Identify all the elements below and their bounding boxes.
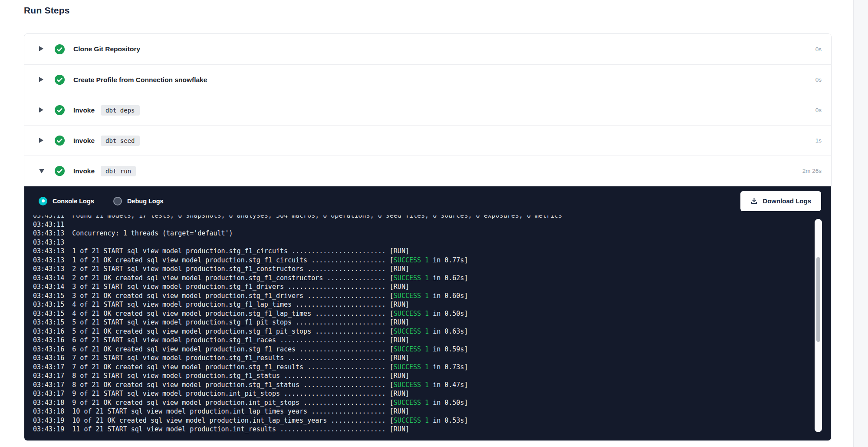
console-panel: Console Logs Debug Logs Download Logs 03… <box>24 186 831 440</box>
log-line: 03:43:17 8 of 21 START sql view model pr… <box>33 371 812 381</box>
step-command-badge: dbt deps <box>101 105 139 116</box>
step-duration: 0s <box>815 46 831 53</box>
download-logs-label: Download Logs <box>763 197 811 205</box>
log-line: 03:43:15 5 of 21 START sql view model pr… <box>33 318 812 327</box>
expander-icon[interactable] <box>39 45 45 53</box>
expander-icon[interactable] <box>39 167 45 175</box>
log-line: 03:43:16 6 of 21 OK created sql view mod… <box>33 345 812 354</box>
log-line: 03:43:15 3 of 21 OK created sql view mod… <box>33 291 812 301</box>
console-logs-label: Console Logs <box>53 198 94 205</box>
step-row[interactable]: Invoke dbt deps 0s <box>24 95 831 125</box>
log-line: 03:43:11 Found 21 models, 17 tests, 0 sn… <box>33 215 812 220</box>
log-line: 03:43:17 7 of 21 OK created sql view mod… <box>33 363 812 372</box>
status-success-icon <box>55 166 65 176</box>
step-command-badge: dbt run <box>101 166 136 176</box>
debug-logs-label: Debug Logs <box>127 198 164 205</box>
log-line: 03:43:13 Concurrency: 1 threads (target=… <box>33 229 812 238</box>
status-success-icon <box>55 136 65 146</box>
step-label: Clone Git Repository <box>73 45 140 53</box>
step-list: Clone Git Repository 0s Create Profile f… <box>24 34 831 186</box>
step-label: Invoke <box>73 167 95 175</box>
radio-selected-icon[interactable] <box>39 197 47 205</box>
log-scrollbar-track[interactable] <box>815 219 822 432</box>
run-steps-card: Clone Git Repository 0s Create Profile f… <box>24 33 832 441</box>
step-duration: 0s <box>815 107 831 113</box>
step-label: Create Profile from Connection snowflake <box>73 76 207 84</box>
step-duration: 2m 26s <box>802 168 831 174</box>
log-line: 03:43:16 6 of 21 START sql view model pr… <box>33 336 812 345</box>
log-line: 03:43:17 9 of 21 START sql view model pr… <box>33 389 812 398</box>
log-line: 03:43:16 5 of 21 OK created sql view mod… <box>33 327 812 336</box>
status-success-icon <box>55 44 65 54</box>
expander-icon[interactable] <box>39 76 45 84</box>
expander-icon[interactable] <box>39 106 45 114</box>
step-label: Invoke <box>73 106 95 114</box>
log-line: 03:43:13 1 of 21 OK created sql view mod… <box>33 256 812 265</box>
log-line: 03:43:15 4 of 21 START sql view model pr… <box>33 300 812 309</box>
log-line: 03:43:19 10 of 21 OK created sql view mo… <box>33 416 812 425</box>
log-line: 03:43:11 <box>33 220 812 229</box>
log-line: 03:43:17 8 of 21 OK created sql view mod… <box>33 381 812 390</box>
download-icon <box>750 197 758 205</box>
log-output: 03:43:11 Found 21 models, 17 tests, 0 sn… <box>33 215 812 434</box>
page-right-strip <box>853 0 868 447</box>
step-row[interactable]: Invoke dbt seed 1s <box>24 125 831 156</box>
radio-unselected-icon[interactable] <box>113 197 122 205</box>
step-row[interactable]: Create Profile from Connection snowflake… <box>24 64 831 95</box>
log-line: 03:43:13 <box>33 238 812 247</box>
page-title: Run Steps <box>24 5 70 16</box>
log-line: 03:43:15 4 of 21 OK created sql view mod… <box>33 309 812 318</box>
console-logs-radio[interactable]: Console Logs <box>39 197 94 205</box>
log-line: 03:43:18 9 of 21 OK created sql view mod… <box>33 398 812 407</box>
log-line: 03:43:14 3 of 21 START sql view model pr… <box>33 282 812 291</box>
step-duration: 1s <box>815 137 831 144</box>
log-viewport[interactable]: 03:43:11 Found 21 models, 17 tests, 0 sn… <box>24 215 812 436</box>
log-line: 03:43:13 2 of 21 START sql view model pr… <box>33 265 812 274</box>
log-line: 03:43:18 10 of 21 START sql view model p… <box>33 407 812 416</box>
step-row[interactable]: Invoke dbt run 2m 26s <box>24 156 831 186</box>
debug-logs-radio[interactable]: Debug Logs <box>113 197 164 205</box>
status-success-icon <box>55 105 65 115</box>
log-scrollbar-thumb[interactable] <box>816 257 820 342</box>
log-line: 03:43:19 11 of 21 START sql view model p… <box>33 425 812 434</box>
step-command-badge: dbt seed <box>101 136 139 146</box>
log-line: 03:43:16 7 of 21 START sql view model pr… <box>33 354 812 363</box>
status-success-icon <box>55 75 65 85</box>
download-logs-button[interactable]: Download Logs <box>740 191 821 211</box>
step-duration: 0s <box>815 76 831 83</box>
log-line: 03:43:13 1 of 21 START sql view model pr… <box>33 247 812 256</box>
expander-icon[interactable] <box>39 137 45 145</box>
step-row[interactable]: Clone Git Repository 0s <box>24 34 831 64</box>
console-header: Console Logs Debug Logs Download Logs <box>24 186 831 215</box>
step-label: Invoke <box>73 137 95 145</box>
log-line: 03:43:14 2 of 21 OK created sql view mod… <box>33 274 812 283</box>
